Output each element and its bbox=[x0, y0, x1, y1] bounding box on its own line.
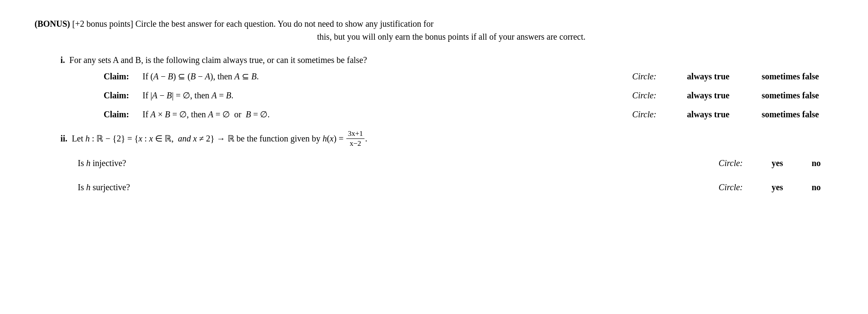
fraction-numerator: 3x+1 bbox=[346, 129, 364, 139]
claim-3-always-true: always true bbox=[669, 107, 747, 121]
claim-2-sometimes-false: sometimes false bbox=[747, 88, 833, 102]
section-ii: ii. Let h : ℝ − {2} = {x : x ∈ ℝ, and x … bbox=[60, 130, 833, 194]
injective-no: no bbox=[799, 156, 833, 170]
section-i-question: i. For any sets A and B, is the followin… bbox=[60, 55, 833, 65]
surjective-no: no bbox=[799, 180, 833, 194]
claim-1-always-true: always true bbox=[669, 69, 747, 83]
claim-3-sometimes-false: sometimes false bbox=[747, 107, 833, 121]
bonus-bold-label: (BONUS) bbox=[35, 17, 70, 30]
surjective-question-text: Is h surjective? bbox=[78, 180, 691, 194]
claim-row-2: Claim: If |A − B| = ∅, then A = B. Circl… bbox=[104, 88, 833, 102]
claim-2-text: If |A − B| = ∅, then A = B. bbox=[143, 88, 445, 102]
section-ii-label: ii. bbox=[60, 134, 67, 143]
injective-circle-label: Circle: bbox=[691, 156, 743, 170]
claim-2-always-true: always true bbox=[669, 88, 747, 102]
claim-3-text: If A × B = ∅, then A = ∅ or B = ∅. bbox=[143, 107, 445, 121]
bonus-header-line1: (BONUS) [+2 bonus points] Circle the bes… bbox=[35, 17, 833, 30]
claims-container: Claim: If (A − B) ⊆ (B − A), then A ⊆ B.… bbox=[104, 69, 833, 121]
section-i-question-text: For any sets A and B, is the following c… bbox=[70, 55, 367, 65]
bonus-header-line2: this, but you will only earn the bonus p… bbox=[35, 30, 833, 43]
bonus-header-text1: [+2 bonus points] Circle the best answer… bbox=[72, 17, 434, 30]
claim-2-circle-label: Circle: bbox=[605, 88, 656, 102]
claim-2-circle-section: Circle: always true sometimes false bbox=[605, 88, 833, 102]
claim-3-circle-section: Circle: always true sometimes false bbox=[605, 107, 833, 121]
injective-question-text: Is h injective? bbox=[78, 156, 691, 170]
fraction-display: 3x+1 x−2 bbox=[346, 129, 364, 148]
fraction-period: . bbox=[365, 134, 367, 143]
bonus-header: (BONUS) [+2 bonus points] Circle the bes… bbox=[35, 17, 833, 43]
page-content: (BONUS) [+2 bonus points] Circle the bes… bbox=[35, 17, 833, 194]
fraction-denominator: x−2 bbox=[348, 139, 363, 148]
claim-3-circle-label: Circle: bbox=[605, 107, 656, 121]
section-i: i. For any sets A and B, is the followin… bbox=[60, 55, 833, 121]
claim-1-sometimes-false: sometimes false bbox=[747, 69, 833, 83]
claim-2-label: Claim: bbox=[104, 88, 143, 102]
claim-row-3: Claim: If A × B = ∅, then A = ∅ or B = ∅… bbox=[104, 107, 833, 121]
claim-1-label: Claim: bbox=[104, 69, 143, 83]
claim-1-circle-section: Circle: always true sometimes false bbox=[605, 69, 833, 83]
section-ii-function-line: ii. Let h : ℝ − {2} = {x : x ∈ ℝ, and x … bbox=[60, 130, 833, 149]
claim-3-label: Claim: bbox=[104, 107, 143, 121]
claim-row-1: Claim: If (A − B) ⊆ (B − A), then A ⊆ B.… bbox=[104, 69, 833, 83]
surjective-circle-label: Circle: bbox=[691, 180, 743, 194]
surjective-circle-section: Circle: yes no bbox=[691, 180, 833, 194]
surjective-yes: yes bbox=[756, 180, 799, 194]
claim-1-text: If (A − B) ⊆ (B − A), then A ⊆ B. bbox=[143, 69, 445, 83]
injective-row: Is h injective? Circle: yes no bbox=[78, 156, 833, 170]
injective-yes: yes bbox=[756, 156, 799, 170]
surjective-row: Is h surjective? Circle: yes no bbox=[78, 180, 833, 194]
section-i-label: i. bbox=[60, 55, 65, 65]
claim-1-circle-label: Circle: bbox=[605, 69, 656, 83]
injective-circle-section: Circle: yes no bbox=[691, 156, 833, 170]
